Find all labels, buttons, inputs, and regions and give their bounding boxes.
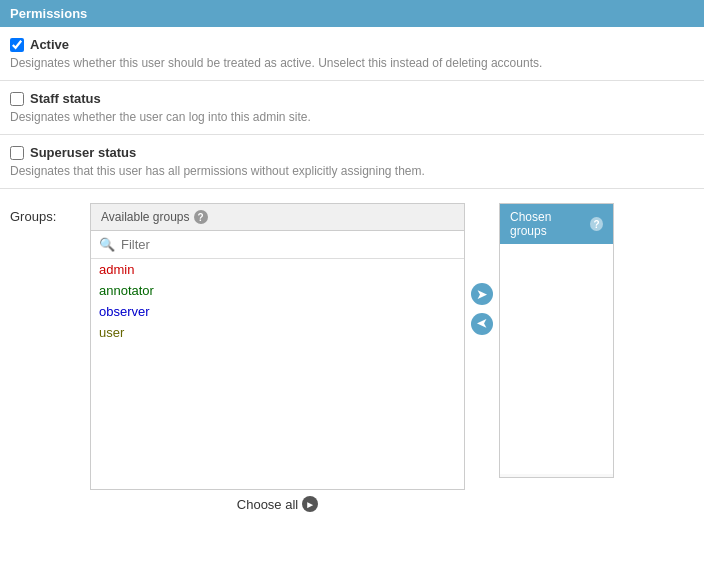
available-groups-title: Available groups: [101, 210, 190, 224]
staff-status-help: Designates whether the user can log into…: [10, 110, 694, 124]
chosen-groups-list[interactable]: [500, 244, 613, 474]
groups-section-wrapper: Groups: Available groups ? 🔍 admin annot…: [0, 189, 704, 532]
permissions-header: Permissions: [0, 0, 704, 27]
staff-status-section: Staff status Designates whether the user…: [0, 81, 704, 135]
chosen-groups-box: Chosen groups ?: [499, 203, 614, 478]
chosen-groups-title: Chosen groups: [510, 210, 586, 238]
groups-list[interactable]: admin annotator observer user: [91, 259, 464, 489]
active-help: Designates whether this user should be t…: [10, 56, 694, 70]
transfer-left-button[interactable]: ➤: [471, 313, 493, 335]
list-item[interactable]: user: [91, 322, 464, 343]
available-groups-header: Available groups ?: [91, 204, 464, 231]
list-item[interactable]: annotator: [91, 280, 464, 301]
groups-section: Groups: Available groups ? 🔍 admin annot…: [0, 189, 704, 528]
list-item[interactable]: observer: [91, 301, 464, 322]
groups-label: Groups:: [10, 203, 90, 224]
transfer-right-button[interactable]: ➤: [471, 283, 493, 305]
filter-input[interactable]: [121, 237, 456, 252]
filter-row: 🔍: [91, 231, 464, 259]
groups-widgets: Available groups ? 🔍 admin annotator obs…: [90, 203, 694, 518]
active-checkbox[interactable]: [10, 38, 24, 52]
superuser-status-section: Superuser status Designates that this us…: [0, 135, 704, 189]
transfer-buttons: ➤ ➤: [465, 283, 499, 335]
search-icon: 🔍: [99, 237, 115, 252]
superuser-status-label: Superuser status: [30, 145, 136, 160]
active-section: Active Designates whether this user shou…: [0, 27, 704, 81]
choose-all-arrow-icon: ►: [302, 496, 318, 512]
available-groups-help-icon[interactable]: ?: [194, 210, 208, 224]
superuser-status-checkbox[interactable]: [10, 146, 24, 160]
header-title: Permissions: [10, 6, 87, 21]
chosen-groups-help-icon[interactable]: ?: [590, 217, 603, 231]
available-groups-container: Available groups ? 🔍 admin annotator obs…: [90, 203, 465, 518]
choose-all-label: Choose all: [237, 497, 298, 512]
chosen-groups-header: Chosen groups ?: [500, 204, 613, 244]
choose-all-row: Choose all ►: [90, 490, 465, 518]
list-item[interactable]: admin: [91, 259, 464, 280]
staff-status-checkbox[interactable]: [10, 92, 24, 106]
available-groups-box: Available groups ? 🔍 admin annotator obs…: [90, 203, 465, 490]
active-label: Active: [30, 37, 69, 52]
staff-status-label: Staff status: [30, 91, 101, 106]
choose-all-link[interactable]: Choose all ►: [237, 496, 318, 512]
superuser-status-help: Designates that this user has all permis…: [10, 164, 694, 178]
